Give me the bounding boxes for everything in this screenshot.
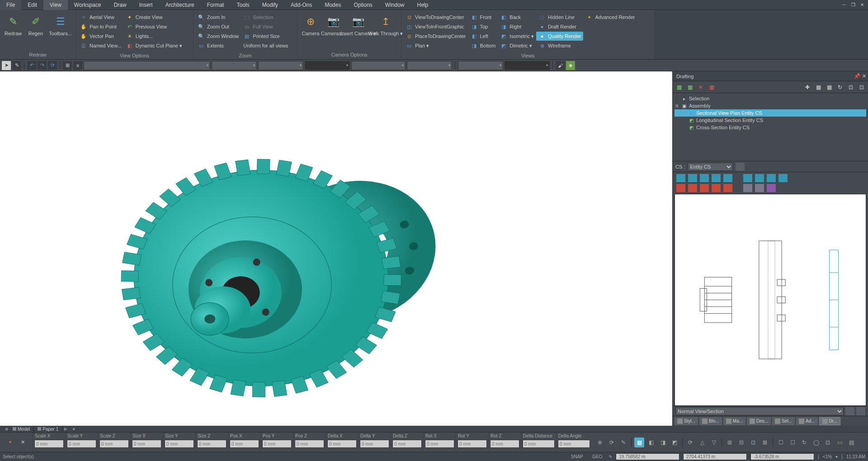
pi-14[interactable]: ☐	[776, 437, 786, 447]
tree-sectional[interactable]: ◩Sectional View Plan Entity CS	[675, 109, 866, 117]
combo-8[interactable]	[505, 61, 550, 70]
combo-7[interactable]	[458, 61, 503, 70]
sect-cube-6[interactable]	[743, 184, 752, 192]
section-preview[interactable]	[675, 194, 866, 406]
place-center-button[interactable]: ⊙PlaceToDrawingCenter	[403, 32, 468, 41]
zoom-dropdown-icon[interactable]: ▾	[835, 454, 838, 459]
add-icon[interactable]: ✚	[803, 83, 812, 92]
menu-addons[interactable]: Add-Ons	[284, 0, 318, 10]
folder-icon[interactable]: ▦	[685, 83, 694, 92]
menu-draw[interactable]: Draw	[108, 0, 133, 10]
prop-input[interactable]	[490, 440, 519, 448]
plan-button[interactable]: ▭Plan ▾	[403, 41, 468, 50]
menu-format[interactable]: Format	[201, 0, 231, 10]
tab-add-icon[interactable]: +	[69, 426, 79, 432]
back-button[interactable]: ◧Back	[498, 13, 536, 22]
preset-button[interactable]	[736, 163, 745, 171]
pi-3[interactable]: ✎	[618, 437, 628, 447]
extents-button[interactable]: ▭Extents	[195, 41, 241, 50]
pi-20[interactable]: ▤	[846, 437, 856, 447]
view-cube-4[interactable]	[712, 174, 721, 182]
dynamic-cut-plane-button[interactable]: ◧Dynamic Cut Plane ▾	[124, 41, 184, 50]
menu-edit[interactable]: Edit	[21, 0, 43, 10]
menu-view[interactable]: View	[43, 0, 68, 10]
advanced-render-button[interactable]: ✦Advanced Render	[583, 13, 637, 22]
aerial-view-button[interactable]: ✧Aerial View	[78, 13, 124, 22]
prop-input[interactable]	[458, 440, 487, 448]
refresh-panel-icon[interactable]: ↻	[835, 83, 844, 92]
menu-insert[interactable]: Insert	[133, 0, 159, 10]
pi-11[interactable]: ⊟	[736, 437, 746, 447]
sect-cube-3[interactable]	[700, 184, 709, 192]
snap-toggle[interactable]: SNAP	[568, 454, 586, 459]
zoom-out-button[interactable]: 🔍Zoom Out	[195, 22, 241, 31]
pin-icon[interactable]: 📌	[854, 73, 860, 79]
prop-input[interactable]	[230, 440, 259, 448]
prop-input[interactable]	[67, 440, 96, 448]
menu-tools[interactable]: Tools	[231, 0, 256, 10]
menu-modes[interactable]: Modes	[318, 0, 347, 10]
pi-5[interactable]: ◨	[658, 437, 668, 447]
pi-15[interactable]: ☐	[788, 437, 797, 447]
view-cube-5[interactable]	[723, 174, 732, 182]
view-cube-3[interactable]	[700, 174, 709, 182]
prop-input[interactable]	[327, 440, 357, 448]
sect-cube-7[interactable]	[755, 184, 764, 192]
redraw-button[interactable]: ✎ Redraw	[2, 13, 24, 49]
hidden-line-button[interactable]: ◌Hidden Line	[536, 13, 583, 22]
view-cube-8[interactable]	[767, 174, 776, 182]
new-icon[interactable]: ▦	[675, 83, 684, 92]
camera-button[interactable]: ⊕ Camera	[299, 13, 322, 49]
zoom-in-button[interactable]: 🔍Zoom In	[195, 13, 241, 22]
vector-pan-button[interactable]: ✋Vector Pan	[78, 32, 124, 41]
combo-6[interactable]	[407, 61, 452, 70]
wireframe-button[interactable]: ⊕Wireframe	[536, 41, 583, 50]
pi-1[interactable]: ⊕	[595, 437, 605, 447]
clear-icon[interactable]: ▦	[707, 83, 716, 92]
front-button[interactable]: ◧Front	[468, 13, 498, 22]
menu-workspace[interactable]: Workspace	[68, 0, 108, 10]
sect-cube-5[interactable]	[723, 184, 732, 192]
create-view-button[interactable]: ✦Create View	[124, 13, 184, 22]
panel-tab-design[interactable]: Des...	[747, 417, 771, 425]
menu-help[interactable]: Help	[411, 0, 435, 10]
tag-icon[interactable]: ▦	[814, 83, 823, 92]
pi-9[interactable]: ▽	[709, 437, 719, 447]
tab-prev-icon[interactable]: ◀	[3, 426, 9, 432]
sect-cube-2[interactable]	[688, 184, 697, 192]
undo-icon[interactable]: ↶	[27, 61, 36, 70]
grid-icon[interactable]: ⊞	[63, 61, 72, 70]
minimize-icon[interactable]: ─	[840, 2, 848, 8]
dimetric-button[interactable]: ◩Dimetric ▾	[498, 41, 536, 50]
nv-btn-1[interactable]	[845, 407, 854, 415]
regen-button[interactable]: ✐ Regen	[24, 13, 47, 49]
right-button[interactable]: ◨Right	[498, 22, 536, 31]
normal-view-select[interactable]: Normal View/Section	[675, 407, 844, 415]
lights-button[interactable]: ☀Lights...	[124, 32, 184, 41]
prop-input[interactable]	[132, 440, 161, 448]
isometric-button[interactable]: ◩Isometric ▾	[498, 32, 536, 41]
prop-input[interactable]	[99, 440, 129, 448]
tag2-icon[interactable]: ▦	[825, 83, 834, 92]
pi-7[interactable]: ⟳	[685, 437, 695, 447]
tree-longitudinal[interactable]: ◩Longitudinal Section Entity CS	[675, 117, 866, 124]
printed-size-button[interactable]: ▤Printed Size	[241, 32, 290, 41]
draft-render-button[interactable]: ●Draft Render	[536, 22, 583, 31]
panel-tab-add[interactable]: Ad...	[796, 417, 818, 425]
layers-icon[interactable]: ≡	[73, 61, 82, 70]
pi-grid[interactable]: ▦	[634, 437, 644, 447]
view-cube-6[interactable]	[743, 174, 752, 182]
pi-12[interactable]: ⊡	[748, 437, 758, 447]
named-views-button[interactable]: ☰Named View...	[78, 41, 124, 50]
coord-z[interactable]	[750, 453, 814, 460]
tree-cross[interactable]: ◩Cross-Section Entity CS	[675, 124, 866, 131]
fit-icon[interactable]: ⊡	[846, 83, 855, 92]
close-prop-icon[interactable]: ✕	[18, 437, 28, 447]
prop-input[interactable]	[295, 440, 324, 448]
pointer-icon[interactable]: ➤	[2, 61, 11, 70]
sect-cube-1[interactable]	[676, 184, 685, 192]
pi-4[interactable]: ◧	[646, 437, 656, 447]
previous-view-button[interactable]: ↶Previous View	[124, 22, 184, 31]
prop-input[interactable]	[197, 440, 226, 448]
pi-2[interactable]: ⟳	[607, 437, 617, 447]
